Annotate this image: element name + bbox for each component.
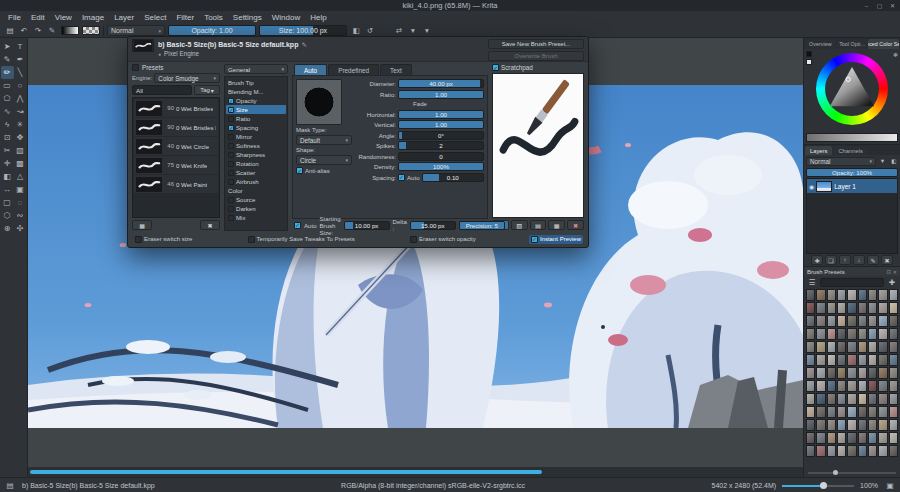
option-checkbox[interactable] (228, 206, 234, 212)
brush-option-opacity[interactable]: ✓Opacity (226, 96, 286, 105)
brush-preset-thumb[interactable] (847, 354, 856, 366)
brush-preset-thumb[interactable] (816, 406, 825, 418)
brush-option-size[interactable]: ✓Size (226, 105, 286, 114)
eraser-mode-icon[interactable]: ◧ (350, 25, 362, 36)
brush-preset-thumb[interactable] (837, 302, 846, 314)
brush-preset-thumb[interactable] (868, 315, 877, 327)
brush-preset-thumb[interactable] (878, 354, 887, 366)
brush-presets-header[interactable]: Brush Presets ⊡✕ (804, 266, 900, 276)
tool-text[interactable]: T (14, 40, 27, 53)
brush-preset-thumb[interactable] (837, 406, 846, 418)
brush-preset-thumb[interactable] (868, 393, 877, 405)
brush-preset-thumb[interactable] (878, 367, 887, 379)
brush-preset-thumb[interactable] (837, 419, 846, 431)
brush-option-sharpness[interactable]: Sharpness (226, 150, 286, 159)
param-slider[interactable]: 1.00 (398, 90, 484, 99)
brush-preset-thumb[interactable] (847, 328, 856, 340)
layer-filter-icon[interactable]: ▼ (878, 157, 887, 166)
brush-preset-thumb[interactable] (878, 289, 887, 301)
status-brush-icon[interactable]: ▤ (4, 480, 16, 491)
brush-preset-thumb[interactable] (827, 419, 836, 431)
hue-ring[interactable] (816, 53, 888, 125)
option-checkbox[interactable] (135, 236, 142, 243)
brush-preset-thumb[interactable] (858, 419, 867, 431)
brush-preset-thumb[interactable] (858, 432, 867, 444)
tool-fill[interactable]: ◧ (1, 170, 14, 183)
brush-preset-thumb[interactable] (858, 289, 867, 301)
scratchpad-toggle-checkbox[interactable]: ✓ (492, 64, 499, 71)
opacity-slider[interactable]: Opacity: 1.00 (168, 25, 256, 36)
tool-ellipse[interactable]: ○ (14, 79, 27, 92)
brush-preset-thumb[interactable] (878, 315, 887, 327)
tool-pan[interactable]: ✣ (14, 222, 27, 235)
presets-toggle-checkbox[interactable] (132, 64, 139, 71)
tool-select-shapes[interactable]: ➤ (1, 40, 14, 53)
option-checkbox[interactable] (410, 236, 417, 243)
brush-preset-thumb[interactable] (847, 302, 856, 314)
edit-brush-settings-icon[interactable]: ✎ (46, 25, 58, 36)
option-checkbox[interactable]: ✓ (228, 125, 234, 131)
tool-edit-shapes[interactable]: ✎ (1, 53, 14, 66)
preset-list-item[interactable]: 400 Wet Circle (134, 137, 218, 155)
brush-preset-thumb[interactable] (858, 341, 867, 353)
brush-preset-thumb[interactable] (847, 367, 856, 379)
brush-preset-thumb[interactable] (878, 419, 887, 431)
preset-delete-button[interactable]: ✖ (200, 220, 220, 230)
option-checkbox[interactable]: ✓ (228, 107, 234, 113)
brush-preset-thumb[interactable] (816, 341, 825, 353)
advanced-color-selector[interactable]: ✱ (804, 49, 900, 145)
antialias-checkbox[interactable]: ✓ (296, 167, 303, 174)
brush-preset-thumb[interactable] (827, 432, 836, 444)
brush-preset-thumb[interactable] (806, 380, 815, 392)
minimize-button[interactable]: – (861, 1, 872, 10)
brush-preset-thumb[interactable] (827, 406, 836, 418)
brush-preset-thumb[interactable] (837, 367, 846, 379)
brush-preset-thumb[interactable] (816, 419, 825, 431)
preset-view-mode-button[interactable]: ▦ (132, 220, 152, 230)
brush-preset-thumb[interactable] (827, 289, 836, 301)
brush-preset-thumb[interactable] (837, 445, 846, 457)
menu-file[interactable]: File (3, 13, 26, 22)
brush-preset-thumb[interactable] (868, 432, 877, 444)
brush-preset-thumb[interactable] (816, 380, 825, 392)
brush-preset-thumb[interactable] (837, 341, 846, 353)
brush-option-blending-m-[interactable]: Blending M... (226, 87, 286, 96)
brush-preset-thumb[interactable] (837, 380, 846, 392)
delete-layer-button[interactable]: ✖ (881, 255, 893, 265)
current-color-swatch[interactable] (806, 59, 812, 65)
zoom-slider[interactable] (782, 481, 854, 490)
layer-lock-icon[interactable]: ◧ (889, 157, 898, 166)
brush-preset-thumb[interactable] (827, 367, 836, 379)
brush-preset-thumb[interactable] (816, 432, 825, 444)
brush-option-ratio[interactable]: Ratio (226, 114, 286, 123)
brush-preset-thumb[interactable] (889, 432, 898, 444)
scratchpad-fill-layer-button[interactable]: ▦ (548, 220, 565, 230)
brush-preset-thumb[interactable] (868, 302, 877, 314)
brush-preset-thumb[interactable] (878, 302, 887, 314)
scratchpad-fill-background-button[interactable]: ▤ (530, 220, 547, 230)
option-checkbox[interactable] (228, 116, 234, 122)
brush-preset-thumb[interactable] (858, 445, 867, 457)
option-checkbox[interactable]: ✓ (228, 98, 234, 104)
brush-preset-thumb[interactable] (816, 367, 825, 379)
auto-spacing-checkbox[interactable]: ✓ (398, 174, 405, 181)
tool-freehand-brush[interactable]: ✏ (1, 66, 14, 79)
last-color-swatch[interactable] (806, 51, 812, 57)
tool-move[interactable]: ✥ (14, 131, 27, 144)
brush-preset-thumb[interactable] (858, 393, 867, 405)
brush-option-darken[interactable]: Darken (226, 204, 286, 213)
brush-preset-thumb[interactable] (847, 406, 856, 418)
color-selector-settings-icon[interactable]: ✱ (893, 51, 898, 58)
redo-icon[interactable]: ↷ (32, 25, 44, 36)
menu-layer[interactable]: Layer (109, 13, 139, 22)
shape-dropdown[interactable]: Circle ▾ (296, 155, 352, 165)
brush-preset-thumb[interactable] (847, 432, 856, 444)
brush-preset-thumb[interactable] (858, 406, 867, 418)
tool-ellipse-select[interactable]: ◌ (14, 196, 27, 209)
brush-option-spacing[interactable]: ✓Spacing (226, 123, 286, 132)
tool-freehand-path[interactable]: ↝ (14, 105, 27, 118)
tab-channels[interactable]: Channels (833, 146, 868, 155)
brush-preset-thumb[interactable] (806, 354, 815, 366)
canvas-mode-icon[interactable]: ▣ (884, 480, 896, 491)
brush-preset-thumb[interactable] (806, 406, 815, 418)
